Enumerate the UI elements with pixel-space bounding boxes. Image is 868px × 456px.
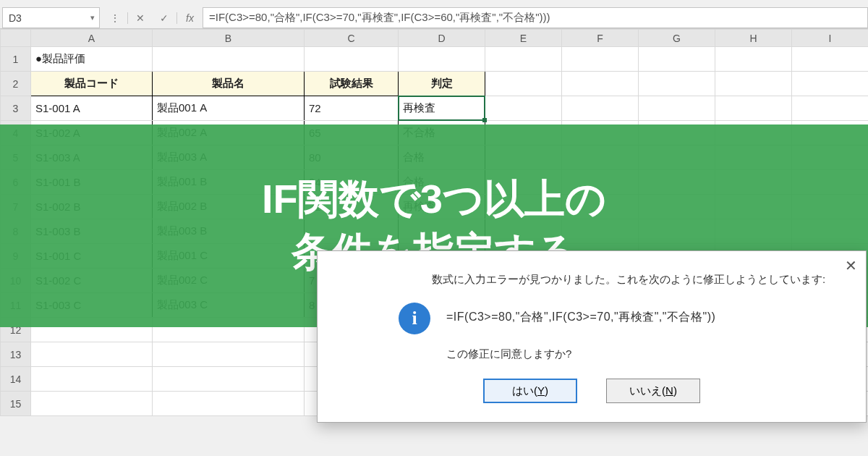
row-header[interactable]: 15	[1, 392, 31, 416]
cell[interactable]	[639, 121, 715, 145]
cell[interactable]	[485, 145, 562, 170]
col-header-A[interactable]: A	[31, 30, 153, 47]
cell-name[interactable]: 製品002 B	[153, 195, 305, 219]
cell-judge[interactable]: 再検査	[399, 195, 485, 219]
cell-name[interactable]: 製品001 C	[153, 244, 305, 269]
close-icon[interactable]: ✕	[845, 257, 857, 274]
cell[interactable]	[31, 392, 153, 416]
cell[interactable]	[715, 145, 792, 170]
cell-code[interactable]: S1-001 A	[31, 96, 153, 121]
col-header-C[interactable]: C	[305, 30, 399, 47]
cell[interactable]	[562, 47, 639, 72]
cell[interactable]	[792, 219, 869, 244]
no-button[interactable]: いいえ(N)	[606, 379, 700, 403]
name-box[interactable]: D3 ▾	[2, 7, 100, 28]
row-header[interactable]: 9	[1, 244, 31, 269]
yes-button[interactable]: はい(Y)	[483, 379, 577, 403]
cell-code[interactable]: S1-002 C	[31, 269, 153, 293]
cell-score[interactable]	[305, 219, 399, 244]
cell[interactable]	[639, 145, 715, 170]
cell[interactable]	[31, 367, 153, 392]
cell[interactable]	[485, 195, 562, 219]
cell-code[interactable]: S1-001 C	[31, 244, 153, 269]
cell[interactable]	[562, 170, 639, 195]
cell-score[interactable]: 94	[305, 170, 399, 195]
cell-judge[interactable]: 合格	[399, 170, 485, 195]
cell[interactable]	[792, 195, 869, 219]
cell-score[interactable]: 80	[305, 145, 399, 170]
cell[interactable]	[792, 170, 869, 195]
cell[interactable]	[562, 72, 639, 96]
cell[interactable]	[31, 342, 153, 367]
cell-code[interactable]: S1-002 A	[31, 121, 153, 145]
cell-code[interactable]: S1-002 B	[31, 195, 153, 219]
row-header[interactable]: 13	[1, 342, 31, 367]
cell[interactable]	[639, 195, 715, 219]
table-header-score[interactable]: 試験結果	[305, 72, 399, 96]
row-header[interactable]: 4	[1, 121, 31, 145]
cell[interactable]	[792, 47, 869, 72]
cell-name[interactable]: 製品001 B	[153, 170, 305, 195]
cell[interactable]	[639, 170, 715, 195]
cell-score[interactable]: 71	[305, 195, 399, 219]
cell[interactable]	[153, 392, 305, 416]
cell-code[interactable]: S1-003 B	[31, 219, 153, 244]
row-header[interactable]: 1	[1, 47, 31, 72]
col-header-H[interactable]: H	[715, 30, 792, 47]
cell[interactable]	[792, 121, 869, 145]
cell[interactable]	[305, 47, 399, 72]
fx-icon[interactable]: fx	[176, 12, 203, 24]
col-header-I[interactable]: I	[792, 30, 869, 47]
row-header[interactable]: 6	[1, 170, 31, 195]
cell-name[interactable]: 製品003 A	[153, 145, 305, 170]
cell-judge[interactable]	[399, 219, 485, 244]
cell-score[interactable]: 72	[305, 96, 399, 121]
cell[interactable]	[639, 47, 715, 72]
row-header[interactable]: 2	[1, 72, 31, 96]
cell[interactable]	[153, 367, 305, 392]
col-header-B[interactable]: B	[153, 30, 305, 47]
cell-name[interactable]: 製品002 C	[153, 269, 305, 293]
cell-code[interactable]: S1-001 B	[31, 170, 153, 195]
row-header[interactable]: 3	[1, 96, 31, 121]
cell[interactable]	[639, 219, 715, 244]
chevron-down-icon[interactable]: ▾	[90, 13, 95, 22]
col-header-F[interactable]: F	[562, 30, 639, 47]
cell[interactable]	[485, 219, 562, 244]
cell[interactable]	[485, 72, 562, 96]
table-header-judge[interactable]: 判定	[399, 72, 485, 96]
cell[interactable]	[715, 219, 792, 244]
cell[interactable]	[562, 145, 639, 170]
cell-name[interactable]: 製品003 B	[153, 219, 305, 244]
cell[interactable]	[562, 96, 639, 121]
cell-name[interactable]: 製品003 C	[153, 293, 305, 318]
row-header[interactable]: 10	[1, 269, 31, 293]
cell-name[interactable]: 製品002 A	[153, 121, 305, 145]
cell-judge[interactable]: 合格	[399, 145, 485, 170]
col-header-D[interactable]: D	[399, 30, 485, 47]
cell[interactable]	[792, 72, 869, 96]
cell[interactable]	[715, 170, 792, 195]
cell[interactable]	[399, 47, 485, 72]
cell[interactable]	[792, 96, 869, 121]
cell[interactable]	[715, 47, 792, 72]
cancel-formula-icon[interactable]: ✕	[127, 12, 152, 24]
table-header-name[interactable]: 製品名	[153, 72, 305, 96]
table-header-code[interactable]: 製品コード	[31, 72, 153, 96]
row-header[interactable]: 7	[1, 195, 31, 219]
cell-name[interactable]: 製品001 A	[153, 96, 305, 121]
cell[interactable]	[31, 318, 153, 342]
cell[interactable]	[639, 96, 715, 121]
cell[interactable]	[485, 47, 562, 72]
cell[interactable]	[153, 318, 305, 342]
row-header[interactable]: 8	[1, 219, 31, 244]
cell-code[interactable]: S1-003 C	[31, 293, 153, 318]
cell-judge-selected[interactable]: 再検査	[399, 96, 485, 121]
cell[interactable]	[562, 219, 639, 244]
cell[interactable]	[153, 47, 305, 72]
col-header-E[interactable]: E	[485, 30, 562, 47]
cell[interactable]	[562, 121, 639, 145]
cell[interactable]	[715, 72, 792, 96]
enter-formula-icon[interactable]: ✓	[152, 12, 176, 24]
row-header[interactable]: 12	[1, 318, 31, 342]
